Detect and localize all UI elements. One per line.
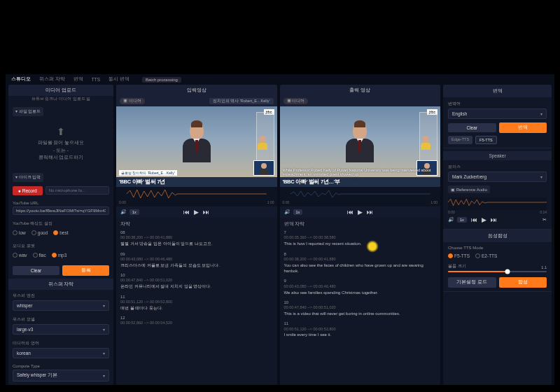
record-button[interactable]: ● Record	[13, 186, 43, 195]
tab-sync[interactable]: 동시 번역	[108, 76, 130, 83]
output-waveform[interactable]: 0:001:00	[280, 187, 441, 206]
yt-quality-label: YouTube 해상도 설정	[13, 220, 109, 227]
main-layout: 미디어 업로드 유튜브 링크나 미디어 업로드 됨 ▾ 파일 업로드 ⬆ 파일을…	[6, 85, 554, 385]
next-icon[interactable]: ⏭	[203, 209, 209, 216]
trim-icon[interactable]: ✂	[542, 217, 547, 223]
quality-radios: low good best	[13, 228, 109, 237]
translate-clear-button[interactable]: Clear	[448, 123, 496, 132]
tab-tts[interactable]: TTS	[92, 77, 100, 82]
compute-label: Compute Type	[13, 364, 109, 368]
speed-badge[interactable]: 1x	[457, 217, 467, 223]
voice-select[interactable]: Mark Zuckerberg▾	[448, 172, 547, 182]
volume-label: 볼륨 크기	[448, 263, 466, 270]
model-select[interactable]: large-v3▾	[13, 324, 109, 335]
translate-button[interactable]: 번역	[499, 122, 547, 133]
input-waveform[interactable]: 0:001:00	[116, 187, 277, 206]
chevron-down-icon: ▾	[540, 174, 542, 179]
load-defaults-button[interactable]: 기본설정 로드	[448, 277, 496, 288]
prev-icon[interactable]: ⏮	[347, 209, 354, 216]
output-video-panel: 출력 영상 ▣ 미디어 jtbc While Professor Robert …	[280, 85, 441, 385]
tab-studio[interactable]: 스튜디오	[11, 76, 31, 83]
mode-f5[interactable]: F5-TTS	[448, 253, 470, 258]
filename-pill: 정치인의 역사 'Robert_E…Kelly'	[209, 98, 274, 104]
tts-mode-label: Choose TTS Mode	[448, 246, 547, 250]
prev-icon[interactable]: ⏮	[471, 216, 477, 223]
input-video-panel: 입력영상 ▣ 미디어 정치인의 역사 'Robert_E…Kelly' jtbc…	[116, 85, 277, 385]
input-video-player[interactable]: jtbc 글로벌 정치학자 'Robert_E…Kelly' 'BBC 아빠' …	[116, 106, 277, 187]
fmt-mp3[interactable]: mp3	[52, 253, 67, 258]
f5-tts-chip[interactable]: F5-TTS	[475, 136, 497, 144]
output-subtitles[interactable]: 번역 자막 700:00:35,360 --> 00:00:38,580This…	[280, 218, 441, 385]
mic-select[interactable]	[46, 186, 109, 195]
person-graphic	[181, 122, 212, 164]
next-icon[interactable]: ⏭	[491, 216, 497, 223]
submit-button[interactable]: 등록	[62, 265, 109, 276]
quality-low[interactable]: low	[13, 230, 26, 235]
clear-button[interactable]: Clear	[13, 266, 59, 275]
pip-inset	[253, 160, 274, 176]
tab-whisper[interactable]: 위스퍼 자막	[39, 76, 65, 83]
fmt-wav[interactable]: wav	[13, 253, 27, 258]
chevron-down-icon: ▾	[540, 111, 542, 116]
person-graphic	[344, 122, 375, 164]
tab-translate[interactable]: 번역	[74, 76, 83, 83]
ref-controls: 🔊 1x ⏮ ▶ ⏭ ✂	[448, 214, 547, 225]
edge-tts-chip[interactable]: Edge-TTS	[448, 136, 472, 144]
chyron: 글로벌 정치학자 'Robert_E…Kelly' 'BBC 아빠' 벌써 7년	[116, 177, 277, 187]
top-tabs: 스튜디오 위스퍼 자막 번역 TTS 동시 번역 Batch processin…	[6, 74, 554, 85]
target-lang-select[interactable]: English▾	[448, 108, 547, 119]
right-panel: 번역 번역어 English▾ Clear 번역 Edge-TTS F5-TTS…	[443, 85, 552, 385]
voice-label: 보이스	[448, 164, 547, 170]
speed-badge[interactable]: 1x	[293, 209, 303, 215]
next-icon[interactable]: ⏭	[367, 209, 373, 216]
chevron-down-icon: ▾	[103, 327, 105, 332]
tab-batch[interactable]: Batch processing	[142, 77, 181, 83]
synthesize-button[interactable]: 합성	[499, 277, 547, 288]
speaker-header: Speaker	[443, 151, 552, 160]
play-icon[interactable]: ▶	[358, 209, 363, 216]
ref-waveform[interactable]	[448, 197, 547, 210]
volume-value: 1.1	[541, 265, 547, 270]
media-lang-label: 미디어의 언어	[13, 340, 109, 346]
prev-icon[interactable]: ⏮	[183, 209, 190, 216]
media-pill: ▣ 미디어	[120, 98, 145, 104]
output-video-player[interactable]: jtbc While Professor Robert Kelly of Pus…	[280, 106, 441, 187]
volume-icon[interactable]: 🔊	[284, 209, 290, 215]
output-controls: 🔊 1x ⏮ ▶ ⏭	[280, 206, 441, 218]
mode-e2[interactable]: E2-TTS	[475, 253, 497, 258]
chevron-down-icon: ▾	[103, 351, 105, 356]
play-icon[interactable]: ▶	[194, 209, 199, 216]
upload-icon: ⬆	[15, 124, 106, 139]
output-video-title: 출력 영상	[280, 85, 441, 96]
whisper-section-title: 위스퍼 자막	[8, 279, 113, 290]
play-icon[interactable]: ▶	[482, 216, 486, 223]
fmt-flac[interactable]: flac	[33, 253, 46, 258]
media-lang-select[interactable]: korean▾	[13, 348, 109, 358]
speed-badge[interactable]: 1x	[130, 209, 139, 215]
engine-select[interactable]: whisper▾	[13, 300, 109, 311]
chyron: 'BBC 아빠' 벌써 7년…'부	[280, 177, 441, 187]
yt-url-label: YouTube URL	[13, 201, 109, 205]
volume-icon[interactable]: 🔊	[120, 209, 127, 215]
target-lang-label: 번역어	[448, 101, 547, 107]
volume-slider[interactable]	[448, 271, 547, 272]
file-upload-label: ▾ 파일 업로드	[13, 107, 43, 116]
input-controls: 🔊 1x ⏮ ▶ ⏭	[116, 206, 277, 218]
quality-best[interactable]: best	[53, 230, 68, 235]
chevron-down-icon: ▾	[103, 303, 105, 308]
ref-audio-label: ▣ Reference Audio	[448, 186, 490, 193]
compute-select[interactable]: Safely whisper 기본▾	[13, 370, 109, 382]
youtube-url-input[interactable]	[13, 206, 109, 215]
child-graphic	[258, 136, 267, 148]
left-panel: 미디어 업로드 유튜브 링크나 미디어 업로드 됨 ▾ 파일 업로드 ⬆ 파일을…	[8, 85, 113, 385]
child-graphic	[421, 136, 430, 148]
upload-dropzone[interactable]: ⬆ 파일을 끌어 놓으세요 - 또는 - 클릭해서 업로드하기	[13, 118, 109, 167]
input-video-title: 입력영상	[116, 85, 277, 96]
volume-icon[interactable]: 🔊	[448, 217, 454, 223]
input-subtitles[interactable]: 자막 0800:00:38,200 --> 00:00:41,880쩔쩔 거서 …	[116, 218, 277, 385]
subtitle-overlay: While Professor Robert Kelly of Pusan Na…	[283, 168, 438, 177]
synth-title: 음성합성	[443, 230, 552, 242]
quality-good[interactable]: good	[31, 230, 48, 235]
format-radios: wav flac mp3	[13, 251, 109, 260]
translate-title: 번역	[443, 85, 552, 97]
